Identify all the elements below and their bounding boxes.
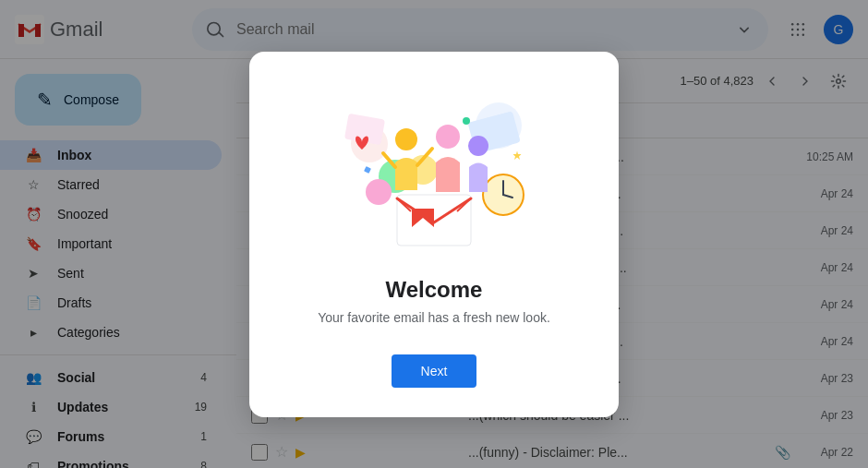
modal-overlay: Welcome Your favorite email has a fresh … (0, 0, 868, 468)
svg-point-33 (463, 117, 470, 125)
welcome-modal: Welcome Your favorite email has a fresh … (249, 52, 619, 417)
svg-point-29 (436, 125, 460, 149)
modal-title: Welcome (386, 277, 483, 303)
svg-point-25 (366, 179, 392, 205)
welcome-illustration (323, 89, 545, 255)
svg-marker-32 (513, 150, 522, 160)
svg-point-30 (468, 136, 488, 156)
next-button[interactable]: Next (392, 354, 477, 388)
svg-rect-34 (364, 166, 371, 174)
modal-illustration (323, 89, 545, 255)
modal-subtitle: Your favorite email has a fresh new look… (318, 310, 550, 325)
svg-point-26 (395, 128, 417, 150)
